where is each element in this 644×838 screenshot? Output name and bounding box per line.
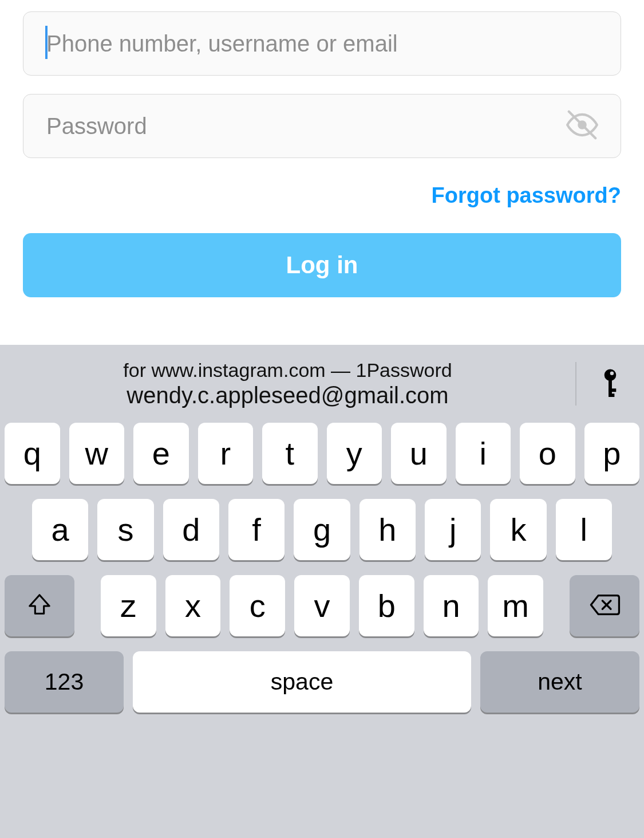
key-m[interactable]: m [488,575,543,636]
login-button[interactable]: Log in [23,233,621,297]
svg-rect-5 [609,394,614,397]
key-o[interactable]: o [520,423,575,484]
forgot-password-link[interactable]: Forgot password? [23,183,621,208]
autofill-credential: wendy.c.appleseed@gmail.com [127,383,448,408]
key-g[interactable]: g [294,499,350,560]
key-j[interactable]: j [425,499,481,560]
key-h[interactable]: h [359,499,416,560]
key-s[interactable]: s [97,499,153,560]
key-d[interactable]: d [163,499,219,560]
spacer [84,575,92,636]
key-c[interactable]: c [230,575,285,636]
spacer [552,575,560,636]
key-q[interactable]: q [5,423,60,484]
username-input[interactable] [46,12,563,75]
svg-rect-4 [609,388,616,392]
key-icon [600,368,621,399]
key-z[interactable]: z [101,575,156,636]
autofill-source: for www.instagram.com — 1Password [123,359,452,381]
keyboard-row-1: q w e r t y u i o p [5,423,639,484]
key-e[interactable]: e [133,423,189,484]
key-l[interactable]: l [556,499,612,560]
key-f[interactable]: f [228,499,285,560]
key-k[interactable]: k [490,499,546,560]
keyboard-row-2: a s d f g h j k l [5,499,639,560]
key-n[interactable]: n [424,575,479,636]
password-input[interactable] [46,95,563,158]
key-t[interactable]: t [262,423,318,484]
autofill-suggestion[interactable]: for www.instagram.com — 1Password wendy.… [0,359,575,408]
keyboard-row-3: z x c v b n m [5,575,639,636]
keyboard-row-4: 123 space next [5,651,639,713]
numbers-key[interactable]: 123 [5,651,124,713]
space-key[interactable]: space [133,651,471,713]
svg-point-6 [610,372,614,375]
backspace-key[interactable] [570,575,639,636]
shift-key[interactable] [5,575,74,636]
key-b[interactable]: b [359,575,414,636]
next-key[interactable]: next [480,651,639,713]
key-p[interactable]: p [584,423,640,484]
key-i[interactable]: i [456,423,511,484]
svg-rect-3 [609,379,612,394]
login-form: Forgot password? Log in [0,0,644,297]
key-x[interactable]: x [165,575,221,636]
shift-icon [26,592,53,620]
keyboard: for www.instagram.com — 1Password wendy.… [0,345,644,838]
autofill-bar: for www.instagram.com — 1Password wendy.… [0,345,644,423]
hide-password-icon[interactable] [564,107,600,145]
key-u[interactable]: u [391,423,447,484]
key-r[interactable]: r [198,423,254,484]
password-field[interactable] [23,94,621,158]
username-field[interactable] [23,11,621,76]
svg-point-2 [605,369,617,381]
key-w[interactable]: w [69,423,125,484]
key-v[interactable]: v [294,575,350,636]
backspace-icon [588,593,621,619]
key-a[interactable]: a [32,499,88,560]
key-y[interactable]: y [327,423,382,484]
password-manager-button[interactable] [576,368,644,399]
